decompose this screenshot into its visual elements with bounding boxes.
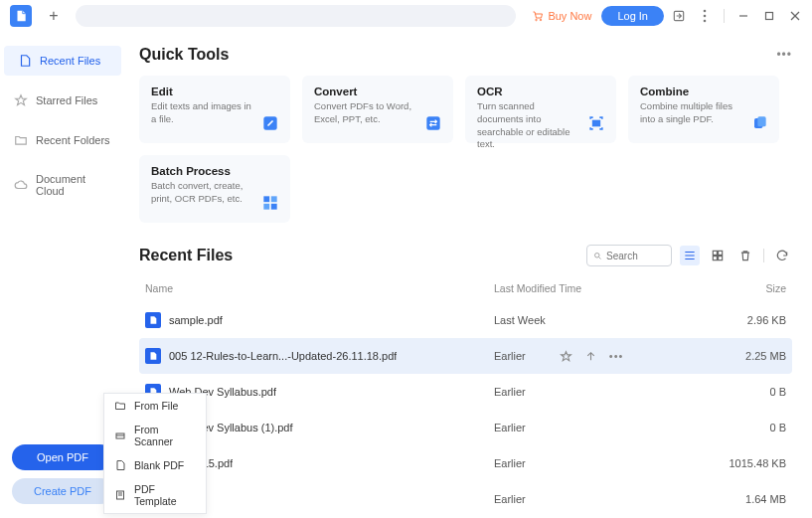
- blank-file-icon: [114, 459, 126, 471]
- address-bar[interactable]: [76, 5, 516, 27]
- file-size: 2.25 MB: [713, 350, 792, 362]
- delete-button[interactable]: [735, 246, 755, 265]
- create-pdf-button[interactable]: Create PDF: [12, 478, 113, 504]
- buy-now-label: Buy Now: [548, 10, 591, 22]
- svg-point-4: [704, 15, 707, 18]
- svg-rect-24: [713, 257, 717, 260]
- login-label: Log In: [617, 10, 648, 22]
- grid-view-button[interactable]: [708, 246, 728, 265]
- pdf-file-icon: [145, 312, 161, 328]
- file-row[interactable]: 005 12-Rules-to-Learn...-Updated-26.11.1…: [139, 338, 792, 374]
- sidebar-item-recent-folders[interactable]: Recent Folders: [0, 125, 125, 155]
- menu-item-pdf-template[interactable]: PDF Template: [104, 477, 206, 513]
- login-button[interactable]: Log In: [601, 6, 664, 26]
- tool-card-ocr[interactable]: OCR Turn scanned documents into searchab…: [465, 76, 616, 143]
- sidebar-item-recent-files[interactable]: Recent Files: [4, 46, 121, 76]
- svg-rect-16: [757, 116, 765, 126]
- svg-rect-23: [719, 251, 723, 255]
- file-modified: Last Week: [494, 314, 546, 326]
- open-pdf-label: Open PDF: [37, 451, 88, 463]
- file-row[interactable]: sample.pdfLast Week2.96 KB: [139, 302, 792, 338]
- quick-tools-more-icon[interactable]: •••: [776, 48, 792, 62]
- file-size: 0 B: [713, 422, 792, 433]
- file-name: sample.pdf: [169, 314, 223, 326]
- titlebar: + Buy Now Log In: [0, 0, 812, 32]
- svg-point-21: [595, 253, 600, 258]
- file-row[interactable]: Web Dev Syllabus (1).pdfEarlier0 B: [139, 410, 792, 445]
- kebab-menu-icon[interactable]: [694, 5, 716, 27]
- sidebar-item-document-cloud[interactable]: Document Cloud: [0, 165, 125, 205]
- menu-item-label: Blank PDF: [134, 459, 184, 471]
- cloud-icon: [14, 178, 28, 192]
- svg-rect-18: [271, 196, 277, 202]
- cart-icon: [532, 10, 544, 22]
- upload-icon[interactable]: [584, 350, 597, 363]
- quick-tools-grid: Edit Edit texts and images in a file. Co…: [139, 76, 792, 223]
- close-button[interactable]: [784, 5, 806, 27]
- svg-rect-25: [719, 257, 723, 260]
- tool-card-combine[interactable]: Combine Combine multiple files into a si…: [628, 76, 779, 143]
- folder-outline-icon: [114, 400, 126, 412]
- menu-item-label: From Scanner: [134, 424, 196, 447]
- search-input[interactable]: [606, 251, 665, 261]
- file-size: 1.64 MB: [713, 493, 792, 505]
- tool-title: Convert: [314, 86, 441, 97]
- file-row[interactable]: ument 15.pdfEarlier1015.48 KB: [139, 445, 792, 481]
- svg-rect-14: [593, 121, 600, 126]
- combine-icon: [749, 113, 769, 133]
- menu-item-from-scanner[interactable]: From Scanner: [104, 418, 206, 453]
- svg-rect-22: [713, 251, 717, 255]
- recent-files-title: Recent Files: [139, 247, 233, 264]
- open-pdf-button[interactable]: Open PDF: [12, 444, 113, 470]
- star-icon[interactable]: [560, 350, 572, 363]
- list-view-button[interactable]: [680, 246, 700, 265]
- file-modified: Earlier: [494, 350, 526, 362]
- share-icon[interactable]: [668, 5, 690, 27]
- svg-point-1: [541, 19, 543, 21]
- more-icon[interactable]: •••: [609, 350, 624, 363]
- menu-item-blank-pdf[interactable]: Blank PDF: [104, 453, 206, 477]
- file-modified: Earlier: [494, 493, 526, 505]
- search-box[interactable]: [586, 245, 672, 266]
- tool-card-convert[interactable]: Convert Convert PDFs to Word, Excel, PPT…: [302, 76, 453, 143]
- file-row[interactable]: Web Dev Syllabus.pdfEarlier0 B: [139, 374, 792, 410]
- sidebar-item-starred-files[interactable]: Starred Files: [0, 86, 125, 115]
- create-pdf-label: Create PDF: [34, 485, 91, 497]
- svg-rect-13: [426, 116, 439, 129]
- file-modified: Earlier: [494, 386, 526, 398]
- pdf-file-icon: [145, 348, 161, 364]
- tool-card-batch-process[interactable]: Batch Process Batch convert, create, pri…: [139, 155, 290, 223]
- tool-desc: Turn scanned documents into searchable o…: [477, 100, 604, 151]
- file-modified: Earlier: [494, 457, 526, 469]
- menu-item-from-file[interactable]: From File: [104, 394, 206, 418]
- minimize-button[interactable]: [732, 5, 754, 27]
- app-logo: [10, 5, 32, 27]
- folder-icon: [14, 133, 28, 147]
- tool-card-edit[interactable]: Edit Edit texts and images in a file.: [139, 76, 290, 143]
- col-size[interactable]: Size: [713, 282, 792, 294]
- file-size: 0 B: [713, 386, 792, 398]
- batch-icon: [260, 193, 280, 213]
- buy-now-link[interactable]: Buy Now: [526, 10, 597, 22]
- tool-desc: Edit texts and images in a file.: [151, 100, 278, 126]
- tool-title: Batch Process: [151, 165, 278, 177]
- svg-rect-20: [271, 204, 277, 210]
- col-name[interactable]: Name: [139, 282, 494, 294]
- file-row[interactable]: ook.pdfEarlier1.64 MB: [139, 481, 792, 517]
- file-list-header: Name Last Modified Time Size: [139, 278, 792, 302]
- col-modified[interactable]: Last Modified Time: [494, 282, 713, 294]
- svg-rect-19: [263, 204, 269, 210]
- file-icon: [18, 54, 32, 68]
- svg-point-5: [704, 20, 707, 23]
- maximize-button[interactable]: [758, 5, 780, 27]
- tool-desc: Convert PDFs to Word, Excel, PPT, etc.: [314, 100, 441, 126]
- content-area: Quick Tools ••• Edit Edit texts and imag…: [125, 32, 812, 518]
- file-modified: Earlier: [494, 422, 526, 433]
- refresh-button[interactable]: [772, 246, 792, 265]
- scanner-icon: [114, 430, 126, 441]
- tool-title: Edit: [151, 86, 278, 97]
- quick-tools-title: Quick Tools: [139, 46, 229, 64]
- new-tab-button[interactable]: +: [42, 4, 66, 28]
- file-size: 2.96 KB: [713, 314, 792, 326]
- menu-item-label: From File: [134, 400, 178, 412]
